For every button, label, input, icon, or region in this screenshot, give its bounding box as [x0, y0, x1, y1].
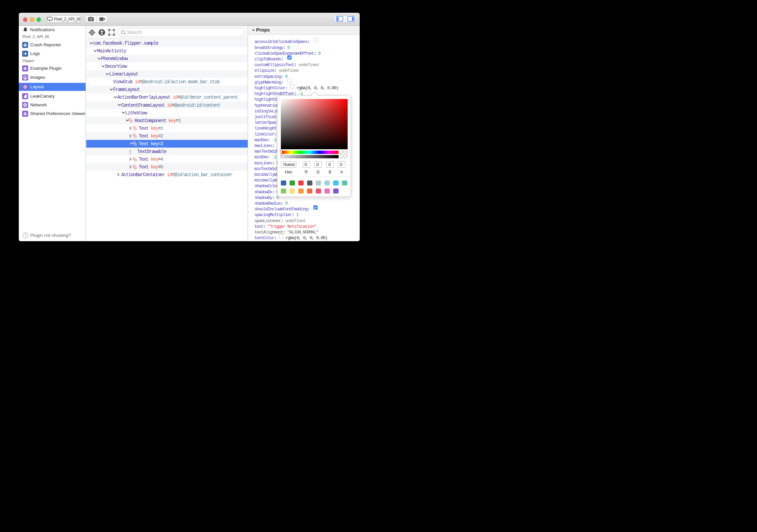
svg-text:?: ? [24, 233, 27, 237]
